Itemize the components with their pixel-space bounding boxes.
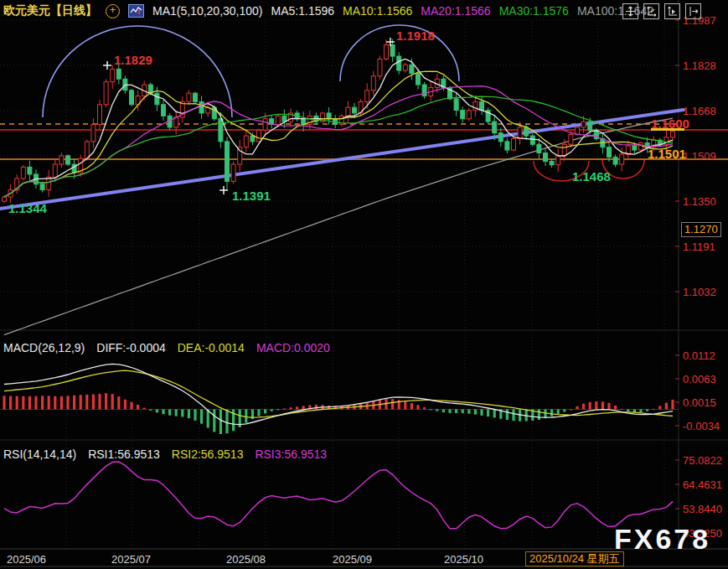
macd-dea-value: DEA:-0.0014 (178, 341, 245, 354)
add-indicator-icon[interactable]: + (106, 4, 120, 18)
axis-scale-icon[interactable] (664, 3, 680, 19)
macd-macd-value: MACD:0.0020 (256, 341, 330, 354)
chart-type-icon[interactable] (128, 4, 144, 18)
macd-header: MACD(26,12,9) DIFF:-0.0004 DEA:-0.0014 M… (3, 341, 330, 354)
symbol-title: 欧元美元【日线】 (3, 3, 97, 18)
macd-params-label: MACD(26,12,9) (3, 341, 85, 354)
pan-right-icon[interactable] (685, 3, 701, 19)
move-tool-icon[interactable] (622, 3, 638, 19)
rsi-params-label: RSI(14,14,14) (3, 447, 76, 461)
ma10-value: MA10:1.1566 (343, 4, 412, 18)
axis-zoom-icon[interactable] (643, 3, 659, 19)
chart-canvas[interactable] (0, 0, 728, 569)
chart-header: 欧元美元【日线】 + MA1(5,10,20,30,100) MA5:1.159… (3, 3, 653, 19)
ma30-value: MA30:1.1576 (499, 4, 569, 18)
rsi1-value: RSI1:56.9513 (88, 447, 160, 461)
macd-diff-value: DIFF:-0.0004 (96, 341, 165, 354)
ma5-value: MA5:1.1596 (271, 4, 335, 18)
rsi3-value: RSI3:56.9513 (255, 447, 327, 461)
chart-toolbar (622, 3, 701, 19)
ma20-value: MA20:1.1566 (421, 4, 490, 18)
chart-application: 1.19871.18281.16681.15091.13501.11911.10… (0, 0, 728, 569)
ma-settings-label: MA1(5,10,20,30,100) (152, 4, 263, 18)
rsi-header: RSI(14,14,14) RSI1:56.9513 RSI2:56.9513 … (3, 447, 327, 461)
rsi2-value: RSI2:56.9513 (172, 447, 244, 461)
fx678-watermark: FX678 (614, 523, 710, 556)
